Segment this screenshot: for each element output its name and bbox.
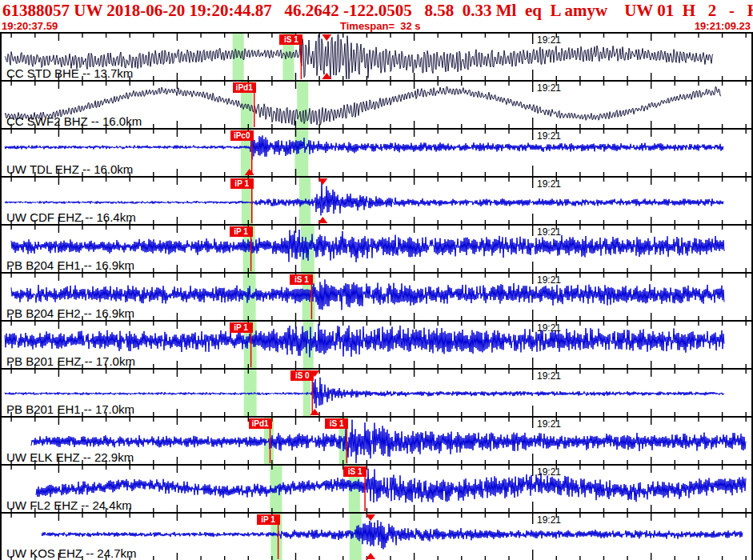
trace-row[interactable]: 19:21iP 1UW KOS EHZ -- 24.7km (2, 514, 751, 560)
pick-flag[interactable]: iS 1 (343, 466, 366, 477)
seismogram-trace (31, 420, 746, 463)
trace-list: 19:21iS 1CC STD BHE -- 13.7km19:21iPd1CC… (0, 32, 753, 560)
waveform[interactable] (2, 514, 751, 560)
pick-flag[interactable]: iP 1 (257, 514, 280, 525)
trace-row[interactable]: 19:21iP 1UW CDF EHZ -- 16.4km (2, 178, 751, 226)
waveform[interactable] (2, 82, 751, 128)
amplitude-marker-bottom (310, 409, 319, 415)
pick-flag[interactable]: iS 0 (290, 370, 314, 381)
pick-window-band (297, 82, 308, 128)
trace-row[interactable]: 19:21iS 1PB B204 EH2 -- 16.9km (2, 274, 751, 322)
pick-flag[interactable]: iPd1 (233, 82, 256, 93)
trace-row[interactable]: 19:21iS 1UW FL2 EHZ -- 24.4km (2, 466, 751, 514)
trace-row[interactable]: 19:21iPd1iS 1UW ELK EHZ -- 22.9km (2, 418, 751, 466)
pick-flag[interactable]: iS 1 (325, 418, 348, 429)
trace-row[interactable]: 19:21iPd1CC SWF2 BHZ -- 16.0km (2, 82, 751, 130)
window-end-time: 19:21:09.23 (695, 21, 751, 32)
window-start-time: 19:20:37.59 (2, 21, 58, 32)
pick-flag[interactable]: iS 1 (279, 34, 302, 45)
trace-row[interactable]: 19:21iP 1PB B201 EHZ -- 17.0km (2, 322, 751, 370)
waveform[interactable] (2, 274, 751, 320)
seismogram-trace (5, 34, 713, 79)
waveform[interactable] (2, 178, 751, 224)
waveform[interactable] (2, 322, 751, 368)
trace-row[interactable]: 19:21iP 1PB B204 EH1 -- 16.9km (2, 226, 751, 274)
seismogram-trace (5, 324, 724, 358)
amplitude-marker-top (322, 34, 331, 41)
seismogram-trace (11, 230, 724, 262)
pick-flag[interactable]: iP 1 (230, 322, 253, 333)
waveform[interactable] (2, 466, 751, 512)
seismogram-trace (5, 378, 724, 408)
pick-flag[interactable]: iPc0 (230, 130, 254, 141)
waveform[interactable] (2, 130, 751, 176)
waveform[interactable] (2, 370, 751, 416)
time-ticks (11, 130, 746, 176)
pick-flag[interactable]: iS 1 (290, 274, 313, 285)
event-header: 61388057 UW 2018-06-20 19:20:44.87 46.26… (0, 0, 753, 32)
seismogram-trace (5, 86, 721, 126)
waveform[interactable] (2, 226, 751, 272)
waveform-viewer-window: 61388057 UW 2018-06-20 19:20:44.87 46.26… (0, 0, 753, 560)
seismogram-trace (5, 180, 723, 216)
pick-flag[interactable]: iP 1 (230, 178, 254, 189)
seismogram-trace (5, 133, 723, 160)
seismogram-trace (11, 279, 724, 310)
event-summary-line: 61388057 UW 2018-06-20 19:20:44.87 46.26… (2, 0, 753, 21)
waveform[interactable] (2, 34, 751, 80)
pick-flag[interactable]: iPd1 (249, 418, 272, 429)
timespan-label: Timespan= 32 s (340, 21, 421, 32)
trace-row[interactable]: 19:21iS 1CC STD BHE -- 13.7km (2, 34, 751, 82)
seismogram-trace (36, 469, 746, 503)
trace-row[interactable]: 19:21iPc0UW TDL EHZ -- 16.0km (2, 130, 751, 178)
waveform[interactable] (2, 418, 751, 464)
trace-row[interactable]: 19:21iS 0PB B201 EH1 -- 17.0km (2, 370, 751, 418)
pick-flag[interactable]: iP 1 (230, 226, 253, 237)
seismogram-trace (42, 520, 743, 549)
